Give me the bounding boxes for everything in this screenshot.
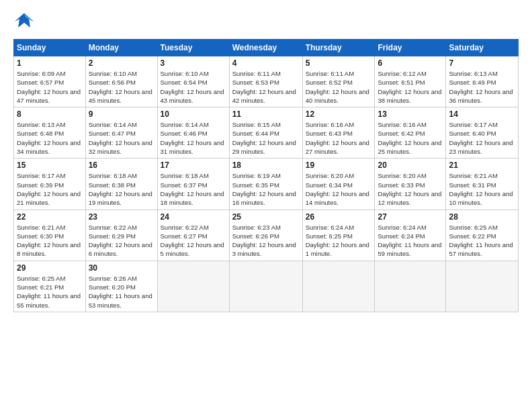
calendar-cell: 21 Sunrise: 6:21 AMSunset: 6:31 PMDaylig… bbox=[446, 158, 519, 210]
day-info: Sunrise: 6:10 AMSunset: 6:54 PMDaylight:… bbox=[161, 69, 226, 105]
day-info: Sunrise: 6:16 AMSunset: 6:42 PMDaylight:… bbox=[378, 120, 443, 156]
day-number: 28 bbox=[449, 212, 515, 222]
calendar-cell: 24 Sunrise: 6:22 AMSunset: 6:27 PMDaylig… bbox=[157, 210, 229, 261]
day-info: Sunrise: 6:11 AMSunset: 6:52 PMDaylight:… bbox=[306, 69, 372, 105]
calendar-cell: 18 Sunrise: 6:19 AMSunset: 6:35 PMDaylig… bbox=[229, 158, 302, 210]
calendar-row: 22 Sunrise: 6:21 AMSunset: 6:30 PMDaylig… bbox=[14, 210, 519, 261]
day-number: 16 bbox=[89, 161, 154, 170]
day-number: 2 bbox=[89, 58, 154, 68]
calendar-cell: 29 Sunrise: 6:25 AMSunset: 6:21 PMDaylig… bbox=[14, 261, 86, 312]
logo-icon bbox=[13, 11, 35, 32]
calendar-page: Sunday Monday Tuesday Wednesday Thursday… bbox=[0, 0, 532, 411]
day-number: 20 bbox=[378, 161, 443, 170]
day-info: Sunrise: 6:14 AMSunset: 6:46 PMDaylight:… bbox=[161, 120, 226, 156]
day-info: Sunrise: 6:17 AMSunset: 6:40 PMDaylight:… bbox=[449, 120, 515, 156]
day-number: 30 bbox=[89, 263, 154, 273]
calendar-cell: 5 Sunrise: 6:11 AMSunset: 6:52 PMDayligh… bbox=[302, 56, 375, 107]
day-number: 21 bbox=[449, 161, 515, 170]
col-tuesday: Tuesday bbox=[157, 40, 229, 56]
calendar-cell: 3 Sunrise: 6:10 AMSunset: 6:54 PMDayligh… bbox=[157, 56, 229, 107]
calendar-cell: 8 Sunrise: 6:13 AMSunset: 6:48 PMDayligh… bbox=[14, 107, 86, 158]
day-number: 9 bbox=[89, 109, 154, 119]
calendar-cell: 4 Sunrise: 6:11 AMSunset: 6:53 PMDayligh… bbox=[229, 56, 302, 107]
day-info: Sunrise: 6:13 AMSunset: 6:49 PMDaylight:… bbox=[449, 69, 515, 105]
calendar-cell: 23 Sunrise: 6:22 AMSunset: 6:29 PMDaylig… bbox=[85, 210, 157, 261]
day-number: 14 bbox=[449, 109, 515, 119]
day-info: Sunrise: 6:18 AMSunset: 6:37 PMDaylight:… bbox=[161, 171, 226, 207]
day-info: Sunrise: 6:20 AMSunset: 6:34 PMDaylight:… bbox=[306, 171, 372, 207]
col-sunday: Sunday bbox=[14, 40, 86, 56]
day-number: 26 bbox=[306, 212, 372, 222]
day-number: 24 bbox=[161, 212, 226, 222]
calendar-table: Sunday Monday Tuesday Wednesday Thursday… bbox=[13, 39, 519, 312]
day-number: 19 bbox=[306, 161, 372, 170]
calendar-cell: 9 Sunrise: 6:14 AMSunset: 6:47 PMDayligh… bbox=[85, 107, 157, 158]
calendar-cell: 7 Sunrise: 6:13 AMSunset: 6:49 PMDayligh… bbox=[446, 56, 519, 107]
calendar-cell: 13 Sunrise: 6:16 AMSunset: 6:42 PMDaylig… bbox=[375, 107, 446, 158]
calendar-cell: 17 Sunrise: 6:18 AMSunset: 6:37 PMDaylig… bbox=[157, 158, 229, 210]
day-number: 8 bbox=[17, 109, 83, 119]
calendar-cell bbox=[375, 261, 446, 312]
calendar-cell bbox=[302, 261, 375, 312]
day-info: Sunrise: 6:11 AMSunset: 6:53 PMDaylight:… bbox=[232, 69, 300, 105]
day-info: Sunrise: 6:14 AMSunset: 6:47 PMDaylight:… bbox=[89, 120, 154, 156]
calendar-cell: 6 Sunrise: 6:12 AMSunset: 6:51 PMDayligh… bbox=[375, 56, 446, 107]
calendar-cell: 2 Sunrise: 6:10 AMSunset: 6:56 PMDayligh… bbox=[85, 56, 157, 107]
day-number: 11 bbox=[232, 109, 300, 119]
day-number: 5 bbox=[306, 58, 372, 68]
day-number: 1 bbox=[17, 58, 83, 68]
day-number: 13 bbox=[378, 109, 443, 119]
calendar-cell: 12 Sunrise: 6:16 AMSunset: 6:43 PMDaylig… bbox=[302, 107, 375, 158]
calendar-cell: 26 Sunrise: 6:24 AMSunset: 6:25 PMDaylig… bbox=[302, 210, 375, 261]
day-info: Sunrise: 6:22 AMSunset: 6:27 PMDaylight:… bbox=[161, 223, 226, 259]
day-number: 25 bbox=[232, 212, 300, 222]
day-info: Sunrise: 6:21 AMSunset: 6:31 PMDaylight:… bbox=[449, 171, 515, 207]
calendar-cell: 1 Sunrise: 6:09 AMSunset: 6:57 PMDayligh… bbox=[14, 56, 86, 107]
calendar-row: 29 Sunrise: 6:25 AMSunset: 6:21 PMDaylig… bbox=[14, 261, 519, 312]
day-number: 17 bbox=[161, 161, 226, 170]
day-number: 10 bbox=[161, 109, 226, 119]
col-monday: Monday bbox=[85, 40, 157, 56]
calendar-cell: 27 Sunrise: 6:24 AMSunset: 6:24 PMDaylig… bbox=[375, 210, 446, 261]
day-info: Sunrise: 6:25 AMSunset: 6:22 PMDaylight:… bbox=[449, 223, 515, 259]
calendar-row: 15 Sunrise: 6:17 AMSunset: 6:39 PMDaylig… bbox=[14, 158, 519, 210]
logo bbox=[13, 11, 38, 32]
day-number: 6 bbox=[378, 58, 443, 68]
calendar-cell: 22 Sunrise: 6:21 AMSunset: 6:30 PMDaylig… bbox=[14, 210, 86, 261]
svg-marker-0 bbox=[15, 13, 34, 28]
day-info: Sunrise: 6:21 AMSunset: 6:30 PMDaylight:… bbox=[17, 223, 83, 259]
calendar-cell: 30 Sunrise: 6:26 AMSunset: 6:20 PMDaylig… bbox=[85, 261, 157, 312]
day-info: Sunrise: 6:13 AMSunset: 6:48 PMDaylight:… bbox=[17, 120, 83, 156]
day-info: Sunrise: 6:09 AMSunset: 6:57 PMDaylight:… bbox=[17, 69, 83, 105]
day-number: 22 bbox=[17, 212, 83, 222]
day-info: Sunrise: 6:16 AMSunset: 6:43 PMDaylight:… bbox=[306, 120, 372, 156]
day-info: Sunrise: 6:23 AMSunset: 6:26 PMDaylight:… bbox=[232, 223, 300, 259]
day-info: Sunrise: 6:22 AMSunset: 6:29 PMDaylight:… bbox=[89, 223, 154, 259]
day-number: 7 bbox=[449, 58, 515, 68]
day-number: 18 bbox=[232, 161, 300, 170]
col-friday: Friday bbox=[375, 40, 446, 56]
calendar-cell bbox=[446, 261, 519, 312]
day-info: Sunrise: 6:10 AMSunset: 6:56 PMDaylight:… bbox=[89, 69, 154, 105]
calendar-cell: 25 Sunrise: 6:23 AMSunset: 6:26 PMDaylig… bbox=[229, 210, 302, 261]
day-info: Sunrise: 6:15 AMSunset: 6:44 PMDaylight:… bbox=[232, 120, 300, 156]
day-number: 27 bbox=[378, 212, 443, 222]
calendar-row: 8 Sunrise: 6:13 AMSunset: 6:48 PMDayligh… bbox=[14, 107, 519, 158]
page-header bbox=[13, 11, 519, 32]
day-info: Sunrise: 6:18 AMSunset: 6:38 PMDaylight:… bbox=[89, 171, 154, 207]
calendar-cell bbox=[229, 261, 302, 312]
calendar-header-row: Sunday Monday Tuesday Wednesday Thursday… bbox=[14, 40, 519, 56]
day-number: 3 bbox=[161, 58, 226, 68]
day-number: 23 bbox=[89, 212, 154, 222]
day-info: Sunrise: 6:24 AMSunset: 6:24 PMDaylight:… bbox=[378, 223, 443, 259]
calendar-cell: 19 Sunrise: 6:20 AMSunset: 6:34 PMDaylig… bbox=[302, 158, 375, 210]
day-info: Sunrise: 6:26 AMSunset: 6:20 PMDaylight:… bbox=[89, 274, 154, 310]
calendar-cell: 14 Sunrise: 6:17 AMSunset: 6:40 PMDaylig… bbox=[446, 107, 519, 158]
day-info: Sunrise: 6:19 AMSunset: 6:35 PMDaylight:… bbox=[232, 171, 300, 207]
day-info: Sunrise: 6:25 AMSunset: 6:21 PMDaylight:… bbox=[17, 274, 83, 310]
calendar-cell: 20 Sunrise: 6:20 AMSunset: 6:33 PMDaylig… bbox=[375, 158, 446, 210]
calendar-cell: 11 Sunrise: 6:15 AMSunset: 6:44 PMDaylig… bbox=[229, 107, 302, 158]
day-number: 12 bbox=[306, 109, 372, 119]
calendar-cell: 15 Sunrise: 6:17 AMSunset: 6:39 PMDaylig… bbox=[14, 158, 86, 210]
calendar-cell: 10 Sunrise: 6:14 AMSunset: 6:46 PMDaylig… bbox=[157, 107, 229, 158]
